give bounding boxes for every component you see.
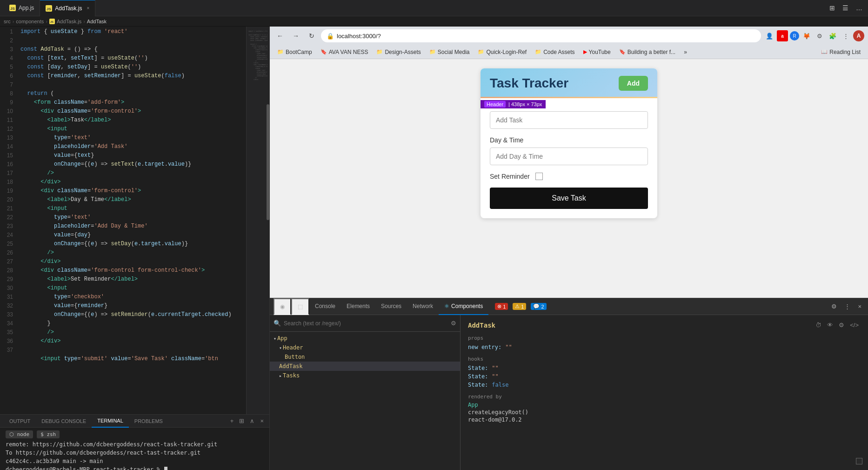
close-terminal-btn[interactable]: ×	[258, 416, 266, 425]
forward-btn[interactable]: →	[289, 29, 302, 42]
bottom-panel: OUTPUT DEBUG CONSOLE TERMINAL PROBLEMS +…	[0, 414, 269, 470]
breadcrumb-src[interactable]: src	[4, 19, 11, 24]
day-time-group: Day & Time	[490, 136, 648, 165]
terminal-content[interactable]: ⬡ node $ zsh remote: https://github.com/…	[0, 428, 269, 470]
browser-settings-btn[interactable]: ⋮	[840, 30, 851, 41]
devtools-inspect-btn[interactable]: ⬚	[291, 298, 309, 315]
tracker-add-btn[interactable]: Add	[619, 76, 648, 91]
devtools-tab-console[interactable]: Console	[309, 298, 341, 315]
bookmark-ava-van-ness[interactable]: 🔖 AVA VAN NESS	[317, 48, 372, 56]
tab-terminal[interactable]: TERMINAL	[92, 415, 129, 428]
bookmark-reading-list[interactable]: 📖 Reading List	[817, 48, 864, 56]
browser-extension-1[interactable]: a	[777, 30, 788, 41]
folder-icon-3: 📁	[429, 49, 436, 55]
browser-extension-2[interactable]: R	[790, 31, 799, 40]
browser-extension-3[interactable]: 🦊	[801, 30, 812, 41]
rendered-by-fn-2: react-dom@17.0.2	[468, 416, 861, 423]
split-terminal-btn[interactable]: ⊞	[237, 416, 246, 425]
breadcrumb-components[interactable]: components	[16, 19, 44, 24]
settings-btn-detail[interactable]: ⚙	[837, 321, 846, 329]
header-tooltip-label: Header	[484, 101, 506, 107]
devtools-tab-elements[interactable]: Elements	[341, 298, 375, 315]
breadcrumb: src › components › JS AddTask.js › AddTa…	[0, 16, 868, 27]
components-detail-panel: AddTask ⏱ 👁 ⚙ </> props new entry:	[461, 315, 868, 470]
tab-debug-console[interactable]: DEBUG CONSOLE	[36, 415, 92, 428]
tree-item-app[interactable]: ▾ App	[270, 334, 460, 343]
task-tracker-card: Task Tracker Add Header | 438px × 73px	[481, 68, 657, 218]
browser-avatar[interactable]: A	[853, 30, 864, 41]
devtools-body: 🔍 ⚙ ▾ App ▾	[270, 315, 868, 470]
new-terminal-btn[interactable]: +	[228, 416, 236, 425]
tab-problems[interactable]: PROBLEMS	[129, 415, 168, 428]
day-time-input[interactable]	[490, 148, 648, 165]
more-actions-btn[interactable]: …	[854, 2, 864, 13]
breadcrumb-filename[interactable]: AddTask.js	[57, 19, 81, 24]
node-terminal-tab[interactable]: ⬡ node	[6, 430, 33, 438]
split-editor-btn[interactable]: ⊞	[828, 2, 837, 13]
save-task-btn[interactable]: Save Task	[490, 188, 648, 209]
devtools-close-btn[interactable]: ×	[855, 301, 864, 312]
tab-addtask-js[interactable]: JS AddTask.js ×	[40, 0, 95, 16]
inspect-element-btn[interactable]: ⏱	[814, 321, 823, 329]
browser-toolbar-icons: 👤 a R 🦊 ⚙ 🧩 ⋮ A	[764, 30, 864, 41]
arrow-right-icon: ▸	[279, 373, 282, 378]
bookmark-bootcamp[interactable]: 📁 BootCamp	[274, 48, 316, 56]
prop-value-new-entry: ""	[505, 344, 512, 350]
tab-addtask-label: AddTask.js	[55, 5, 82, 12]
hook-state-key-2: State:	[468, 373, 488, 380]
tree-search-input[interactable]	[284, 320, 448, 327]
red-bookmark-icon: 🔖	[619, 49, 626, 55]
back-btn[interactable]: ←	[274, 29, 287, 42]
code-btn[interactable]: </>	[848, 321, 861, 329]
arrow-down-icon-2: ▾	[279, 345, 282, 350]
address-bar[interactable]: 🔒 localhost:3000/?	[321, 29, 761, 42]
bookmark-design-assets[interactable]: 📁 Design-Assets	[373, 48, 424, 56]
devtools-tab-network[interactable]: Network	[407, 298, 439, 315]
code-content[interactable]: import { useState } from 'react' const A…	[17, 27, 246, 414]
devtools-badges: ⊗ 1 ⚠ 1 💬 2	[488, 303, 550, 310]
zsh-terminal-tab[interactable]: $ zsh	[37, 430, 60, 438]
tree-item-addtask[interactable]: AddTask	[270, 362, 460, 371]
devtools-settings-btn[interactable]: ⚙	[828, 301, 840, 312]
bookmark-code-assets[interactable]: 📁 Code Assets	[531, 48, 578, 56]
info-badge: 💬 2	[531, 303, 546, 310]
refresh-btn[interactable]: ↻	[305, 29, 318, 42]
bookmark-more[interactable]: »	[680, 48, 691, 56]
bookmark-building[interactable]: 🔖 Building a better f...	[615, 48, 679, 56]
devtools-tab-sources[interactable]: Sources	[375, 298, 407, 315]
tree-item-tasks[interactable]: ▸ Tasks	[270, 371, 460, 380]
devtools-pointer-btn[interactable]: ◉	[274, 298, 291, 315]
layout-btn[interactable]: ☰	[841, 2, 850, 13]
browser-profiles-btn[interactable]: 👤	[764, 30, 775, 41]
add-task-input[interactable]	[490, 111, 648, 129]
detail-action-icons: ⏱ 👁 ⚙ </>	[814, 321, 861, 329]
tree-item-button[interactable]: Button	[270, 352, 460, 362]
hook-row-3: State: false	[468, 382, 861, 388]
components-react-icon: ⚛	[444, 303, 449, 309]
terminal-prompt-line: dcbeergoddess@Rachels-MBP react-task-tra…	[6, 465, 264, 470]
error-icon: ⊗	[497, 303, 501, 309]
bookmark-social-media[interactable]: 📁 Social Media	[426, 48, 474, 56]
folder-icon: 📁	[277, 49, 284, 55]
tracker-header: Task Tracker Add Header | 438px × 73px	[481, 68, 657, 98]
detail-checkbox[interactable]	[856, 458, 862, 464]
browser-extension-5[interactable]: 🧩	[827, 30, 838, 41]
tab-close-btn[interactable]: ×	[87, 6, 89, 11]
tree-search-settings-btn[interactable]: ⚙	[451, 320, 456, 327]
breadcrumb-symbol[interactable]: AddTask	[87, 19, 107, 24]
detail-component-name: AddTask	[468, 322, 495, 329]
tree-item-header[interactable]: ▾ Header	[270, 343, 460, 352]
devtools-more-btn[interactable]: ⋮	[841, 301, 853, 312]
bookmark-quick-login-ref[interactable]: 📁 Quick-Login-Ref	[474, 48, 530, 56]
hook-row-2: State: ""	[468, 373, 861, 380]
eye-btn[interactable]: 👁	[825, 321, 835, 329]
maximize-terminal-btn[interactable]: ∧	[248, 416, 256, 425]
bookmark-youtube[interactable]: ▶ YouTube	[580, 48, 614, 56]
reminder-checkbox[interactable]	[535, 173, 543, 180]
rendered-by-component[interactable]: App	[468, 402, 861, 408]
reminder-label: Set Reminder	[490, 173, 530, 180]
tab-app-js[interactable]: JS App.js	[4, 0, 40, 16]
tab-output[interactable]: OUTPUT	[4, 415, 36, 428]
devtools-tab-components[interactable]: ⚛ Components	[439, 298, 488, 315]
browser-extension-4[interactable]: ⚙	[814, 30, 825, 41]
